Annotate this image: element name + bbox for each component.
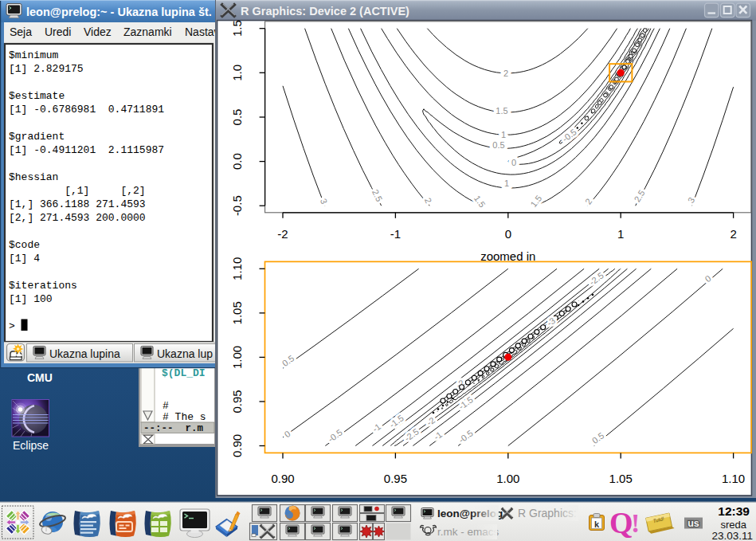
svg-text:k: k bbox=[594, 519, 600, 529]
svg-text:us: us bbox=[687, 518, 699, 529]
svg-text:1.05: 1.05 bbox=[230, 301, 244, 324]
svg-text:Zaznamki: Zaznamki bbox=[123, 25, 172, 38]
svg-text:0: 0 bbox=[511, 158, 516, 167]
svg-text:0.0: 0.0 bbox=[230, 153, 244, 170]
svg-text:-0.5: -0.5 bbox=[230, 195, 244, 216]
svg-text:0.95: 0.95 bbox=[384, 472, 407, 485]
svg-text:0: 0 bbox=[505, 227, 511, 241]
svg-text:1.10: 1.10 bbox=[722, 472, 745, 485]
svg-text:[1] 2.829175: [1] 2.829175 bbox=[9, 63, 84, 75]
svg-text:Eclipse: Eclipse bbox=[13, 439, 49, 452]
svg-text:sreda: sreda bbox=[720, 519, 746, 531]
svg-text:1.0: 1.0 bbox=[230, 65, 244, 81]
svg-text:[1,] 366.1188 271.4593: [1,] 366.1188 271.4593 bbox=[9, 198, 146, 210]
svg-text:$hessian: $hessian bbox=[9, 171, 58, 183]
svg-text:1: 1 bbox=[617, 227, 624, 241]
svg-text:Ukazna lup: Ukazna lup bbox=[157, 347, 213, 360]
svg-text:0.90: 0.90 bbox=[271, 472, 294, 485]
svg-text:Uredi: Uredi bbox=[45, 25, 71, 38]
svg-text:1.5: 1.5 bbox=[230, 20, 244, 37]
svg-text:-1: -1 bbox=[390, 227, 401, 241]
svg-text:0.5: 0.5 bbox=[492, 140, 504, 150]
svg-text:$(DL_DI: $(DL_DI bbox=[162, 367, 206, 379]
svg-text:$code: $code bbox=[9, 239, 40, 251]
svg-text:[1] -0.6786981 0.4711891: [1] -0.6786981 0.4711891 bbox=[9, 104, 164, 116]
svg-text:[1] 100: [1] 100 bbox=[9, 293, 53, 305]
svg-text:12:39: 12:39 bbox=[718, 504, 750, 518]
svg-text:R Graphics: Device 2 (ACTIVE): R Graphics: Device 2 (ACTIVE) bbox=[241, 5, 409, 18]
svg-text:$estimate: $estimate bbox=[9, 90, 65, 102]
svg-text:[1] -0.4911201 2.1115987: [1] -0.4911201 2.1115987 bbox=[9, 144, 164, 156]
svg-text:-2: -2 bbox=[277, 227, 288, 241]
svg-text:1.05: 1.05 bbox=[609, 472, 633, 485]
svg-text:2: 2 bbox=[730, 227, 736, 241]
svg-text:1.00: 1.00 bbox=[496, 472, 519, 485]
svg-text:# The s: # The s bbox=[163, 411, 206, 423]
svg-text:0.90: 0.90 bbox=[230, 434, 244, 457]
svg-text:1: 1 bbox=[501, 130, 506, 139]
svg-text:$gradient: $gradient bbox=[9, 131, 65, 143]
svg-text:--:-- r.m: --:-- r.m bbox=[143, 423, 204, 434]
svg-text:1.10: 1.10 bbox=[230, 257, 244, 280]
svg-text:$minimum: $minimum bbox=[9, 49, 59, 61]
svg-text:leon@prelog:~ - Ukazna lupina: leon@prelog:~ - Ukazna lupina št. 2 bbox=[26, 6, 221, 18]
svg-text:1.00: 1.00 bbox=[230, 346, 244, 369]
svg-text:>: > bbox=[9, 320, 22, 332]
svg-text:!: ! bbox=[631, 508, 640, 538]
svg-text:Videz: Videz bbox=[84, 25, 112, 38]
svg-text:1.5: 1.5 bbox=[496, 106, 507, 116]
svg-text:0.95: 0.95 bbox=[230, 390, 244, 413]
svg-text:23.03.11: 23.03.11 bbox=[711, 530, 753, 541]
svg-text:Ukazna lupina: Ukazna lupina bbox=[49, 347, 120, 360]
svg-text:[,1] [,2]: [,1] [,2] bbox=[9, 185, 146, 197]
svg-text:0.5: 0.5 bbox=[230, 109, 244, 126]
svg-text:1: 1 bbox=[504, 178, 509, 188]
svg-text:Seja: Seja bbox=[10, 25, 32, 38]
svg-text:CMU: CMU bbox=[27, 371, 53, 384]
svg-text:Q: Q bbox=[609, 506, 633, 539]
svg-text:zoomed in: zoomed in bbox=[480, 249, 535, 263]
svg-text:[2,] 271.4593 200.0000: [2,] 271.4593 200.0000 bbox=[9, 212, 146, 224]
svg-text:2: 2 bbox=[503, 69, 508, 78]
svg-text:$iterations: $iterations bbox=[9, 280, 77, 292]
svg-text:[1] 4: [1] 4 bbox=[9, 253, 40, 265]
